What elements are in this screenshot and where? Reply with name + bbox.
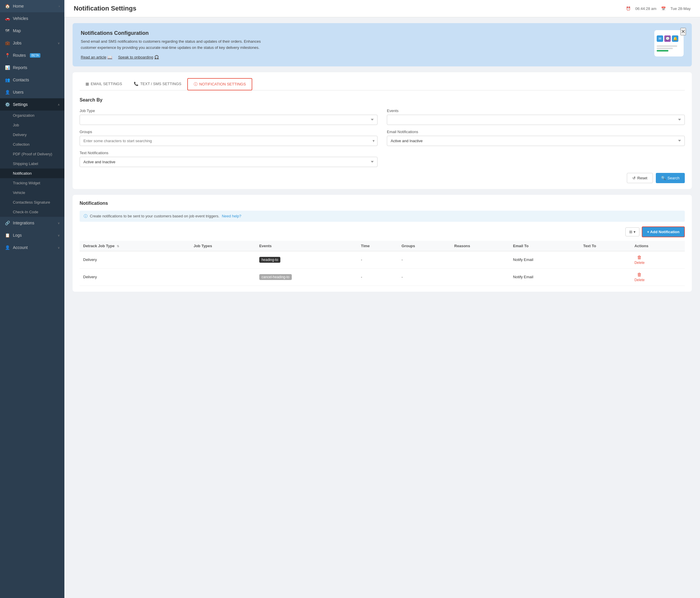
cell-groups: - — [398, 251, 451, 268]
notifications-table: Detrack Job Type ⇅ Job Types Events Time… — [80, 241, 685, 286]
sidebar-sub-item-job[interactable]: Job — [0, 120, 65, 130]
reset-icon: ↺ — [632, 176, 635, 180]
add-notification-button[interactable]: + Add Notification — [642, 227, 685, 237]
cell-job-types — [190, 251, 255, 268]
sidebar-item-logs[interactable]: 📋 Logs ∨ — [0, 229, 65, 241]
sidebar-sub-item-contactless[interactable]: Contactless Signature — [0, 198, 65, 207]
search-icon: 🔍 — [661, 176, 666, 180]
sidebar-sub-item-organization[interactable]: Organization — [0, 111, 65, 120]
cell-job-type: Delivery — [80, 268, 190, 286]
tab-sms-settings[interactable]: 📞 TEXT / SMS SETTINGS — [128, 78, 187, 90]
col-reasons: Reasons — [451, 241, 509, 251]
table-row: Delivery heading-to - - Notify Email 🗑 D… — [80, 251, 685, 268]
page-header: Notification Settings ⏰ 06:44:28 am 📅 Tu… — [65, 0, 700, 17]
banner-link-article[interactable]: Read an article 📖 — [81, 55, 112, 59]
banner-text: Notifications Configuration Send email a… — [81, 30, 271, 59]
cell-job-type: Delivery — [80, 251, 190, 268]
contacts-icon: 👥 — [5, 77, 10, 82]
email-notif-label: Email Notifications — [387, 130, 685, 134]
col-email-to: Email To — [509, 241, 580, 251]
sidebar-item-users[interactable]: 👤 Users — [0, 86, 65, 98]
sidebar-item-home[interactable]: 🏠 Home › — [0, 0, 65, 12]
sidebar-item-settings[interactable]: ⚙️ Settings ∧ — [0, 98, 65, 111]
tabs-bar: ▦ EMAIL SETTINGS 📞 TEXT / SMS SETTINGS ⓘ… — [80, 78, 685, 90]
col-events: Events — [256, 241, 358, 251]
current-time: 06:44:28 am — [635, 6, 656, 11]
columns-icon: ⊞ — [629, 230, 632, 234]
sidebar-item-account[interactable]: 👤 Account ∨ — [0, 241, 65, 254]
chevron-right-icon: › — [59, 5, 60, 8]
reports-icon: 📊 — [5, 65, 10, 70]
need-help-link[interactable]: Need help? — [222, 214, 242, 218]
sidebar-item-reports[interactable]: 📊 Reports — [0, 61, 65, 74]
banner-close-button[interactable]: ✕ — [680, 28, 686, 35]
sidebar-sub-item-pdf[interactable]: PDF (Proof of Delivery) — [0, 149, 65, 159]
sidebar-item-jobs[interactable]: 💼 Jobs ∨ — [0, 37, 65, 49]
book-icon: 📖 — [107, 55, 112, 59]
grid-icon: ▦ — [85, 82, 89, 86]
cell-actions: 🗑 Delete — [631, 268, 685, 286]
notif-info-text: Create notifications to be sent to your … — [90, 214, 220, 218]
groups-input[interactable] — [80, 136, 377, 146]
home-icon: 🏠 — [5, 3, 10, 9]
event-badge: heading-to — [259, 257, 281, 263]
clock-icon: ⏰ — [626, 6, 631, 11]
search-button[interactable]: 🔍 Search — [656, 173, 685, 183]
cell-time: - — [357, 268, 398, 286]
tab-email-settings[interactable]: ▦ EMAIL SETTINGS — [80, 78, 128, 90]
integrations-icon: 🔗 — [5, 220, 10, 226]
col-actions: Actions — [631, 241, 685, 251]
jobs-icon: 💼 — [5, 41, 10, 46]
banner-link-onboarding[interactable]: Speak to onboarding 🎧 — [118, 55, 159, 59]
users-icon: 👤 — [5, 89, 10, 95]
sidebar-item-vehicles[interactable]: 🚗 Vehicles — [0, 12, 65, 25]
notifications-section: Notifications ⓘ Create notifications to … — [73, 195, 692, 292]
notifications-title: Notifications — [80, 201, 685, 206]
trash-icon: 🗑 — [637, 272, 642, 277]
events-select[interactable] — [387, 115, 685, 125]
cell-events: heading-to — [256, 251, 358, 268]
email-notif-select[interactable]: Active and Inactive — [387, 136, 685, 146]
cell-events: cancel-heading-to — [256, 268, 358, 286]
email-icon: ✉ — [657, 35, 663, 42]
bell-icon: 🔔 — [672, 35, 678, 42]
cell-groups: - — [398, 268, 451, 286]
table-row: Delivery cancel-heading-to - - Notify Em… — [80, 268, 685, 286]
cell-time: - — [357, 251, 398, 268]
cell-job-types — [190, 268, 255, 286]
search-form: Job Type Events Groups — [80, 108, 685, 167]
sidebar-sub-item-vehicle[interactable]: Vehicle — [0, 188, 65, 198]
columns-chevron-icon: ▾ — [633, 230, 635, 234]
page-title: Notification Settings — [74, 5, 136, 12]
info-banner: Notifications Configuration Send email a… — [73, 23, 692, 67]
col-groups: Groups — [398, 241, 451, 251]
text-notif-label: Text Notifications — [80, 151, 377, 155]
delete-button[interactable]: 🗑 Delete — [634, 272, 645, 282]
job-type-label: Job Type — [80, 108, 377, 113]
sidebar-sub-item-tracking[interactable]: Tracking Widget — [0, 178, 65, 188]
map-icon: 🗺 — [5, 28, 10, 33]
logs-icon: 📋 — [5, 233, 10, 238]
tab-notification-settings[interactable]: ⓘ NOTIFICATION SETTINGS — [187, 78, 252, 90]
sidebar-item-map[interactable]: 🗺 Map — [0, 25, 65, 37]
job-type-select[interactable] — [80, 115, 377, 125]
columns-button[interactable]: ⊞ ▾ — [625, 227, 640, 236]
sidebar-sub-item-checkin[interactable]: Check-In Code — [0, 207, 65, 217]
reset-button[interactable]: ↺ Reset — [627, 173, 653, 183]
cell-reasons — [451, 251, 509, 268]
sidebar-sub-item-notification[interactable]: Notification — [0, 168, 65, 178]
cell-reasons — [451, 268, 509, 286]
sidebar-sub-item-collection[interactable]: Collection — [0, 139, 65, 149]
logs-chevron-icon: ∨ — [58, 234, 60, 237]
sidebar-sub-item-delivery[interactable]: Delivery — [0, 130, 65, 139]
sidebar-item-contacts[interactable]: 👥 Contacts — [0, 74, 65, 86]
sidebar-sub-item-shipping[interactable]: Shipping Label — [0, 159, 65, 168]
text-notif-select[interactable]: Active and Inactive — [80, 157, 377, 167]
delete-button[interactable]: 🗑 Delete — [634, 255, 645, 265]
sidebar-item-integrations[interactable]: 🔗 Integrations ∨ — [0, 217, 65, 229]
account-chevron-icon: ∨ — [58, 246, 60, 249]
banner-links: Read an article 📖 Speak to onboarding 🎧 — [81, 55, 271, 59]
job-type-group: Job Type — [80, 108, 377, 125]
sidebar-item-routes[interactable]: 📍 Routes BETA — [0, 49, 65, 61]
integrations-chevron-icon: ∨ — [58, 222, 60, 225]
